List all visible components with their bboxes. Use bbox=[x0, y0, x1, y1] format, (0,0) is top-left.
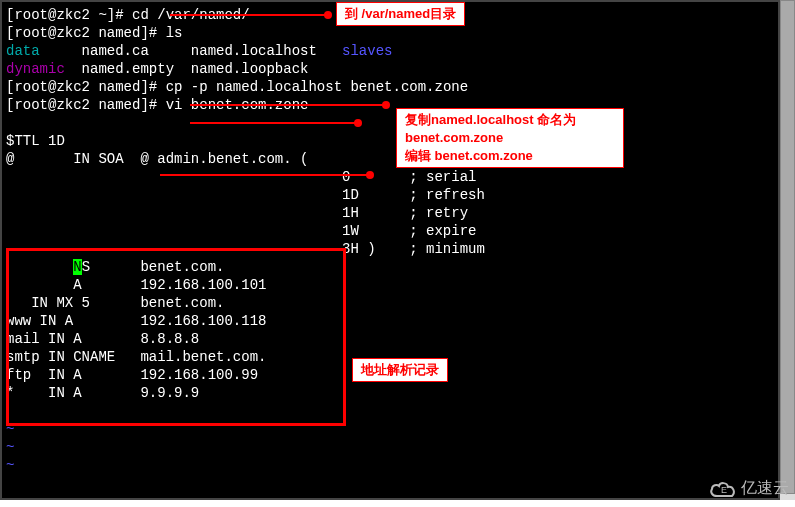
terminal-line-6: [root@zkc2 named]# vi benet.com.zone bbox=[6, 96, 774, 114]
annotation-1: 到 /var/named目录 bbox=[336, 2, 465, 26]
zone-retry: 1H ; retry bbox=[6, 204, 774, 222]
scrollbar-track[interactable] bbox=[780, 0, 795, 500]
annotation-3: 地址解析记录 bbox=[352, 358, 448, 382]
prompt: [root@zkc2 ~]# bbox=[6, 7, 132, 23]
ls-dynamic: dynamic bbox=[6, 61, 65, 77]
ls-rest: named.empty named.loopback bbox=[65, 61, 309, 77]
terminal-line-2: [root@zkc2 named]# ls bbox=[6, 24, 774, 42]
scrollbar-thumb[interactable] bbox=[780, 0, 795, 494]
ls-mid: named.ca named.localhost bbox=[40, 43, 342, 59]
cmd-ls: ls bbox=[166, 25, 183, 41]
annotation-line-2b bbox=[190, 122, 358, 124]
svg-text:E: E bbox=[721, 485, 727, 495]
zone-ttl: $TTL 1D bbox=[6, 132, 774, 150]
records-highlight-box bbox=[6, 248, 346, 426]
ls-data: data bbox=[6, 43, 40, 59]
prompt: [root@zkc2 named]# bbox=[6, 79, 166, 95]
zone-refresh: 1D ; refresh bbox=[6, 186, 774, 204]
zone-soa: @ IN SOA @ admin.benet.com. ( bbox=[6, 150, 774, 168]
annotation-line-3 bbox=[160, 174, 370, 176]
prompt: [root@zkc2 named]# bbox=[6, 97, 166, 113]
watermark: E 亿速云 bbox=[709, 478, 789, 499]
zone-serial: 0 ; serial bbox=[6, 168, 774, 186]
terminal-line-4: dynamic named.empty named.loopback bbox=[6, 60, 774, 78]
cloud-icon: E bbox=[709, 480, 737, 498]
vi-tilde: ~ bbox=[6, 456, 774, 474]
terminal-line-5: [root@zkc2 named]# cp -p named.localhost… bbox=[6, 78, 774, 96]
terminal-line-3: data named.ca named.localhost slaves bbox=[6, 42, 774, 60]
prompt: [root@zkc2 named]# bbox=[6, 25, 166, 41]
annotation-line-2a bbox=[190, 104, 386, 106]
ls-slaves: slaves bbox=[342, 43, 392, 59]
annotation-line-1 bbox=[170, 14, 328, 16]
zone-expire: 1W ; expire bbox=[6, 222, 774, 240]
blank-line bbox=[6, 114, 774, 132]
annotation-2: 复制named.localhost 命名为 benet.com.zone 编辑 … bbox=[396, 108, 624, 168]
vi-tilde: ~ bbox=[6, 438, 774, 456]
cmd-cp: cp -p named.localhost benet.com.zone bbox=[166, 79, 468, 95]
